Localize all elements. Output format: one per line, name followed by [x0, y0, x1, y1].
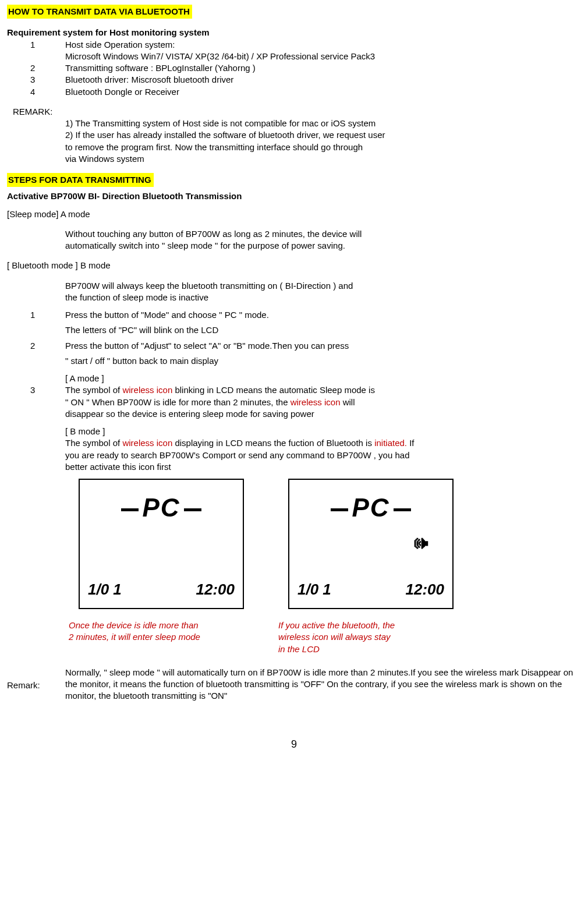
caption-a: Once the device is idle more than 2 minu… [65, 620, 257, 643]
step-text: The symbol of wireless icon displaying i… [65, 437, 581, 449]
step-number: 1 [30, 309, 65, 321]
remark-label: REMARK: [13, 106, 581, 118]
wireless-icon-text: wireless icon [122, 438, 172, 448]
text-fragment: If [407, 438, 415, 448]
wireless-icon: 🕪 [413, 532, 429, 554]
list-number: 4 [30, 86, 65, 98]
lcd-date: 1/0 1 [297, 579, 331, 600]
heading-steps: STEPS FOR DATA TRANSMITTING [7, 173, 154, 187]
wireless-icon-text: wireless icon [122, 385, 172, 395]
step-text: " ON " When BP700W is idle for more than… [65, 397, 581, 408]
step-text: Press the button of "Adjust" to select "… [65, 340, 581, 352]
lcd-time: 12:00 [406, 579, 445, 600]
step-number: 3 [30, 384, 65, 396]
text-fragment: The symbol of [65, 438, 122, 448]
mode-b-heading: [ B mode ] [65, 426, 581, 437]
caption-b: If you active the bluetooth, the wireles… [275, 620, 467, 655]
remark-label: Remark: [7, 680, 54, 691]
caption-line: Once the device is idle more than [69, 620, 254, 631]
list-text: Bluetooth driver: Miscrosoft bluetooth d… [65, 74, 581, 86]
lcd-time: 12:00 [196, 579, 235, 600]
body-text: the function of sleep mode is inactive [65, 292, 581, 303]
lcd-display-b: PC 🕪 1/0 1 12:00 [288, 479, 454, 609]
remark-text: via Windows system [65, 153, 581, 165]
list-text: Microsoft Windows Win7/ VISTA/ XP(32 /64… [65, 51, 581, 62]
step-text: you are ready to search BP700W's Comport… [65, 450, 581, 461]
caption-line: in the LCD [278, 643, 463, 655]
text-fragment: The symbol of [65, 385, 122, 395]
step-text: Press the button of "Mode" and choose " … [65, 309, 581, 321]
heading-requirement: Requirement system for Host monitoring s… [7, 27, 581, 38]
list-text: Host side Operation system: [65, 39, 581, 51]
step-text: better activate this icon first [65, 461, 581, 473]
list-text: Transmitting software : BPLogInstaller (… [65, 62, 581, 74]
step-text: " start / off " button back to main disp… [65, 355, 581, 367]
remark-body: Normally, " sleep mode " will automatica… [65, 667, 581, 702]
step-text: The symbol of wireless icon blinking in … [65, 384, 581, 396]
mode-heading-bluetooth: [ Bluetooth mode ] B mode [7, 260, 581, 271]
list-number: 2 [30, 62, 65, 74]
body-text: automatically switch into " sleep mode "… [65, 240, 581, 252]
mode-a-heading: [ A mode ] [65, 373, 581, 384]
text-fragment: blinking in LCD means the automatic Slee… [172, 385, 375, 395]
body-text: Without touching any button of BP700W as… [65, 228, 581, 240]
page-number: 9 [7, 737, 581, 751]
lcd-display-a: PC 1/0 1 12:00 [79, 479, 244, 609]
list-number: 3 [30, 74, 65, 86]
step-text: disappear so the device is entering slee… [65, 408, 581, 420]
text-fragment: " ON " When BP700W is idle for more than… [65, 397, 291, 407]
step-text: The letters of "PC" will blink on the LC… [65, 324, 581, 336]
subheading-activate: Activative BP700W BI- Direction Bluetoot… [7, 190, 581, 202]
wireless-icon-text: wireless icon [291, 397, 341, 407]
list-text: Bluetooth Dongle or Receiver [65, 86, 581, 98]
body-text: BP700W will always keep the bluetooth tr… [65, 280, 581, 292]
remark-text: 1) The Transmitting system of Host side … [65, 118, 581, 129]
mode-heading-sleep: [Sleep mode] A mode [7, 208, 581, 220]
step-number: 2 [30, 340, 65, 352]
lcd-pc-text: PC [352, 493, 389, 522]
text-fragment: displaying in LCD means the fuction of B… [172, 438, 374, 448]
caption-line: wireless icon will always stay [278, 631, 463, 643]
list-number: 1 [30, 39, 65, 51]
lcd-date: 1/0 1 [88, 579, 122, 600]
initiated-text: initiated. [374, 438, 407, 448]
lcd-pc-text: PC [142, 493, 180, 522]
heading-transmit: HOW TO TRANSMIT DATA VIA BLUETOOTH [7, 5, 192, 19]
caption-line: 2 minutes, it will enter sleep mode [69, 631, 254, 643]
caption-line: If you active the bluetooth, the [278, 620, 463, 631]
remark-text: 2) If the user has already installed the… [65, 129, 581, 141]
remark-text: to remove the program first. Now the tra… [65, 142, 581, 153]
text-fragment: will [341, 397, 355, 407]
